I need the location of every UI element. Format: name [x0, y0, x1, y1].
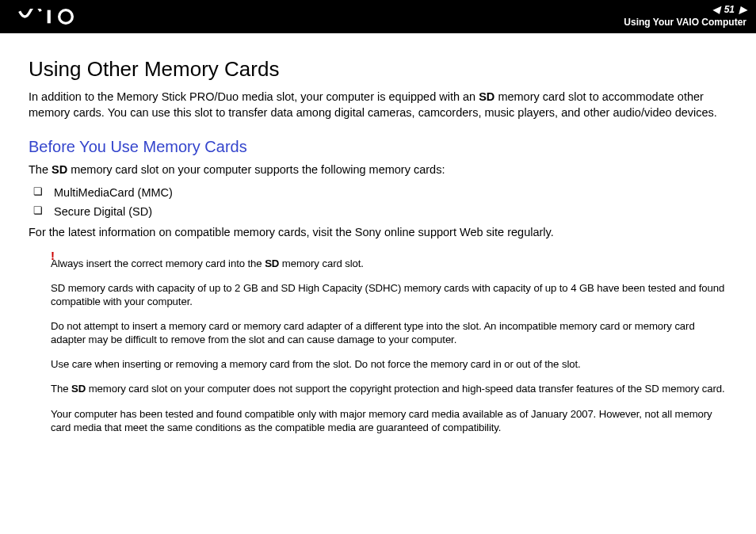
bold-sd: SD	[52, 163, 67, 176]
text: The	[51, 383, 71, 395]
bold-sd: SD	[479, 90, 494, 103]
page-content: Using Other Memory Cards In addition to …	[0, 33, 756, 461]
page-nav: ◀ 51 ▶	[624, 4, 746, 17]
list-item: MultiMediaCard (MMC)	[29, 183, 727, 203]
header-right: ◀ 51 ▶ Using Your VAIO Computer	[624, 4, 746, 29]
page-title: Using Other Memory Cards	[29, 57, 727, 82]
intro-paragraph: In addition to the Memory Stick PRO/Duo …	[29, 90, 727, 120]
page-number: 51	[724, 4, 735, 17]
note-paragraph: SD memory cards with capacity of up to 2…	[51, 281, 727, 308]
text: memory card slot on your computer does n…	[86, 383, 725, 395]
nav-prev-icon[interactable]: ◀	[712, 4, 720, 17]
nav-next-icon[interactable]: ▶	[739, 4, 746, 17]
bold-sd: SD	[71, 383, 86, 395]
breadcrumb: Using Your VAIO Computer	[624, 17, 746, 29]
latest-info-line: For the latest information on compatible…	[29, 225, 727, 241]
supported-cards-list: MultiMediaCard (MMC) Secure Digital (SD)	[29, 183, 727, 222]
text: memory card slot.	[279, 257, 364, 269]
support-line: The SD memory card slot on your computer…	[29, 162, 727, 178]
note-paragraph: Do not attempt to insert a memory card o…	[51, 319, 727, 346]
vaio-logo	[14, 9, 101, 25]
svg-rect-0	[48, 10, 51, 24]
note-paragraph: Your computer has been tested and found …	[51, 407, 727, 434]
list-item: Secure Digital (SD)	[29, 202, 727, 222]
note-paragraph: Always insert the correct memory card in…	[51, 257, 727, 270]
text: Always insert the correct memory card in…	[51, 257, 265, 269]
page-header: ◀ 51 ▶ Using Your VAIO Computer	[0, 0, 756, 33]
section-heading: Before You Use Memory Cards	[29, 138, 727, 156]
note-paragraph: Use care when inserting or removing a me…	[51, 357, 727, 371]
bold-sd: SD	[265, 257, 279, 269]
text: The	[29, 163, 52, 176]
svg-point-1	[59, 10, 73, 24]
notes-block: ! Always insert the correct memory card …	[51, 252, 727, 434]
text: memory card slot on your computer suppor…	[67, 163, 445, 176]
note-paragraph: The SD memory card slot on your computer…	[51, 382, 727, 395]
text: In addition to the Memory Stick PRO/Duo …	[29, 90, 479, 103]
